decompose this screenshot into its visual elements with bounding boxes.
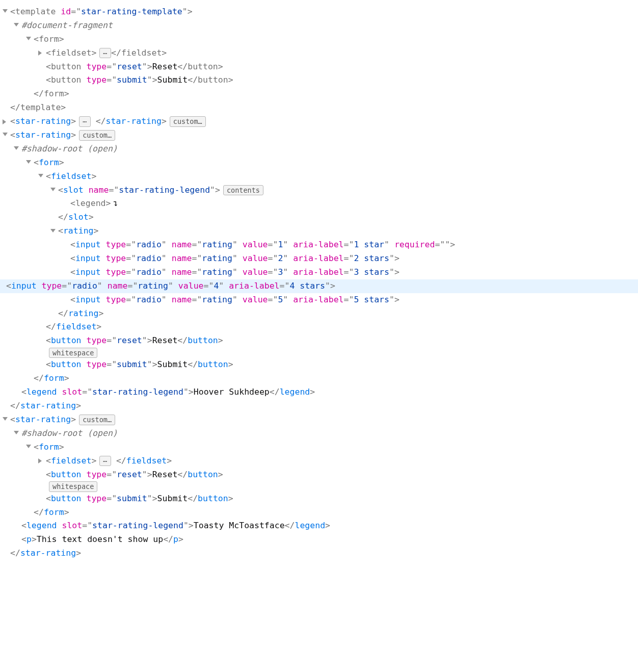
reveal-arrow-icon[interactable]: ↴ bbox=[113, 197, 118, 211]
line-sr2-slot-open[interactable]: <slot name="star-rating-legend"> content… bbox=[6, 184, 632, 197]
ellipsis-badge[interactable]: ⋯ bbox=[79, 116, 91, 126]
line-shadow-root-2[interactable]: #shadow-root (open) bbox=[6, 142, 632, 156]
contents-badge[interactable]: contents bbox=[223, 185, 263, 195]
line-sr3-fieldset-collapsed[interactable]: <fieldset> ⋯ </fieldset> bbox=[6, 454, 632, 468]
line-form-open-gray[interactable]: <form> bbox=[6, 33, 632, 46]
line-template-close[interactable]: </template> bbox=[6, 101, 632, 115]
line-fieldset-collapsed-gray[interactable]: <fieldset> ⋯ </fieldset> bbox=[6, 46, 632, 60]
line-sr2-input-4[interactable]: <input type="radio" name="rating" value=… bbox=[0, 279, 638, 293]
ellipsis-badge[interactable]: ⋯ bbox=[99, 456, 111, 466]
line-sr3-button-submit[interactable]: <button type="submit">Submit</button> bbox=[6, 492, 632, 506]
line-sr2-rating-close[interactable]: </rating> bbox=[6, 307, 632, 321]
line-star-rating-3-open[interactable]: <star-rating> custom… bbox=[6, 413, 632, 427]
line-sr2-legend-child[interactable]: <legend slot="star-rating-legend">Hoover… bbox=[6, 385, 632, 399]
line-sr3-form-close[interactable]: </form> bbox=[6, 506, 632, 520]
line-star-rating-1[interactable]: <star-rating> ⋯ </star-rating> custom… bbox=[6, 115, 632, 128]
custom-badge: custom… bbox=[79, 130, 115, 140]
line-button-reset-gray[interactable]: <button type="reset">Reset</button> bbox=[6, 60, 632, 74]
line-sr2-slot-close[interactable]: </slot> bbox=[6, 211, 632, 224]
line-sr2-form-close[interactable]: </form> bbox=[6, 372, 632, 385]
line-form-close-gray[interactable]: </form> bbox=[6, 87, 632, 101]
line-sr3-form-open[interactable]: <form> bbox=[6, 441, 632, 454]
line-shadow-root-3[interactable]: #shadow-root (open) bbox=[6, 427, 632, 441]
line-star-rating-3-close[interactable]: </star-rating> bbox=[6, 547, 632, 560]
line-sr2-form-open[interactable]: <form> bbox=[6, 156, 632, 170]
line-sr3-legend-child[interactable]: <legend slot="star-rating-legend">Toasty… bbox=[6, 519, 632, 533]
line-sr2-input-3[interactable]: <input type="radio" name="rating" value=… bbox=[6, 266, 632, 279]
line-sr2-fieldset-close[interactable]: </fieldset> bbox=[6, 320, 632, 334]
line-sr3-p[interactable]: <p>This text doesn't show up</p> bbox=[6, 533, 632, 547]
line-sr2-rating-open[interactable]: <rating> bbox=[6, 224, 632, 238]
line-star-rating-2-open[interactable]: <star-rating> custom… bbox=[6, 128, 632, 142]
custom-badge: custom… bbox=[170, 116, 206, 126]
line-sr2-button-reset[interactable]: <button type="reset">Reset</button> bbox=[6, 334, 632, 348]
line-sr3-whitespace[interactable]: whitespace bbox=[6, 481, 632, 492]
line-template-open[interactable]: <template id="star-rating-template"> bbox=[6, 5, 632, 19]
line-docfragment[interactable]: #document-fragment bbox=[6, 19, 632, 33]
whitespace-badge: whitespace bbox=[49, 481, 97, 492]
line-sr2-input-1[interactable]: <input type="radio" name="rating" value=… bbox=[6, 238, 632, 252]
line-sr2-input-5[interactable]: <input type="radio" name="rating" value=… bbox=[6, 293, 632, 307]
custom-badge: custom… bbox=[79, 415, 115, 425]
line-sr2-input-2[interactable]: <input type="radio" name="rating" value=… bbox=[6, 252, 632, 266]
line-sr2-button-submit[interactable]: <button type="submit">Submit</button> bbox=[6, 358, 632, 372]
ellipsis-badge[interactable]: ⋯ bbox=[99, 48, 111, 58]
whitespace-badge: whitespace bbox=[49, 348, 97, 358]
line-sr3-button-reset[interactable]: <button type="reset">Reset</button> bbox=[6, 468, 632, 482]
line-sr2-whitespace[interactable]: whitespace bbox=[6, 348, 632, 358]
line-sr2-fieldset-open[interactable]: <fieldset> bbox=[6, 170, 632, 184]
line-button-submit-gray[interactable]: <button type="submit">Submit</button> bbox=[6, 73, 632, 87]
line-star-rating-2-close[interactable]: </star-rating> bbox=[6, 399, 632, 413]
line-sr2-legend-inline[interactable]: <legend> ↴ bbox=[6, 197, 632, 211]
